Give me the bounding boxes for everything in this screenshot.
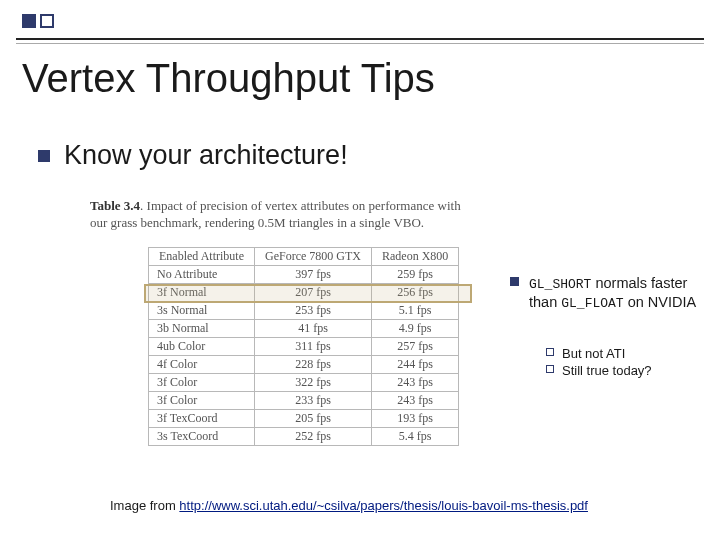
sub-text: Still true today? — [562, 362, 652, 380]
bullet-note: GL_SHORT normals faster than GL_FLOAT on… — [510, 274, 710, 313]
table-row: 3f Color233 fps243 fps — [149, 392, 459, 410]
bullet-icon — [38, 150, 50, 162]
bullet-level1: Know your architecture! — [38, 140, 348, 171]
logo-square-hollow — [40, 14, 54, 28]
logo-square-filled — [22, 14, 36, 28]
table-row: 3b Normal41 fps4.9 fps — [149, 320, 459, 338]
table-row: 3s TexCoord252 fps5.4 fps — [149, 428, 459, 446]
caption-body: . Impact of precision of vertex attribut… — [90, 198, 461, 230]
bullet-text: Know your architecture! — [64, 140, 348, 171]
col-gf: GeForce 7800 GTX — [254, 248, 371, 266]
hollow-bullet-icon — [546, 365, 554, 373]
table-row: 3f Normal207 fps256 fps — [149, 284, 459, 302]
image-credit: Image from http://www.sci.utah.edu/~csil… — [110, 498, 588, 513]
table-row: 4f Color228 fps244 fps — [149, 356, 459, 374]
code-gl-float: GL_FLOAT — [561, 296, 623, 311]
table-row: 3f TexCoord205 fps193 fps — [149, 410, 459, 428]
code-gl-short: GL_SHORT — [529, 277, 591, 292]
bullet-icon — [510, 277, 519, 286]
table-row: 3f Color322 fps243 fps — [149, 374, 459, 392]
sub-bullet: Still true today? — [546, 362, 716, 380]
table-row: 3s Normal253 fps5.1 fps — [149, 302, 459, 320]
slide-logo — [22, 14, 54, 28]
sub-text: But not ATI — [562, 345, 625, 363]
rule-bottom — [16, 43, 704, 44]
credit-link[interactable]: http://www.sci.utah.edu/~csilva/papers/t… — [179, 498, 588, 513]
slide-title: Vertex Throughput Tips — [22, 56, 435, 101]
note-text: GL_SHORT normals faster than GL_FLOAT on… — [529, 274, 710, 313]
table-caption: Table 3.4. Impact of precision of vertex… — [90, 198, 480, 232]
credit-prefix: Image from — [110, 498, 179, 513]
table-header-row: Enabled Attribute GeForce 7800 GTX Radeo… — [149, 248, 459, 266]
hollow-bullet-icon — [546, 348, 554, 356]
caption-prefix: Table 3.4 — [90, 198, 140, 213]
col-attr: Enabled Attribute — [149, 248, 255, 266]
perf-table: Enabled Attribute GeForce 7800 GTX Radeo… — [148, 247, 459, 446]
sub-bullet: But not ATI — [546, 345, 716, 363]
rule-top — [16, 38, 704, 40]
table-row: No Attribute397 fps259 fps — [149, 266, 459, 284]
col-rx: Radeon X800 — [371, 248, 458, 266]
table-row: 4ub Color311 fps257 fps — [149, 338, 459, 356]
